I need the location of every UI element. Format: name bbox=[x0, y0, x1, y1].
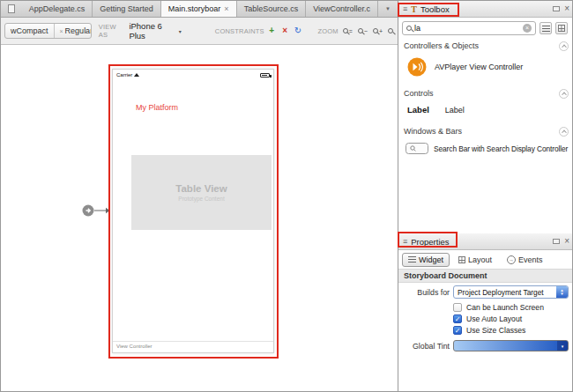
tab-getting-started[interactable]: Getting Started bbox=[93, 1, 161, 17]
toolbox-list: Controllers & Objects AVPlayer View Cont… bbox=[398, 39, 573, 160]
popup-arrows-icon: ▲ ▼ bbox=[556, 286, 568, 298]
tab-layout-label: Layout bbox=[468, 255, 492, 264]
tab-close-icon[interactable]: × bbox=[224, 5, 228, 13]
my-platform-label[interactable]: My Platform bbox=[136, 103, 178, 112]
global-tint-color-well[interactable]: ▾ bbox=[453, 340, 569, 351]
tab-tablesource[interactable]: TableSource.cs bbox=[237, 1, 307, 17]
tab-overflow-button[interactable]: ▼ bbox=[378, 6, 398, 11]
battery-icon bbox=[260, 73, 270, 78]
builds-for-value: Project Deployment Target bbox=[454, 288, 556, 297]
pad-menu-icon[interactable]: ≡ bbox=[403, 4, 407, 13]
size-class-compact-label: wCompact bbox=[11, 26, 48, 35]
tab-events[interactable]: → Events bbox=[501, 253, 549, 267]
tab-events-label: Events bbox=[518, 255, 543, 264]
size-classes-row: ✓ Use Size Classes bbox=[453, 325, 525, 336]
device-selector[interactable]: iPhone 6 Plus ▾ bbox=[129, 21, 181, 41]
events-icon: → bbox=[507, 255, 516, 264]
search-bar-icon bbox=[406, 143, 428, 154]
list-view-toggle-button[interactable] bbox=[540, 22, 552, 34]
collapse-icon[interactable] bbox=[559, 127, 569, 137]
file-icon bbox=[8, 4, 15, 13]
close-icon[interactable]: × bbox=[564, 237, 569, 246]
view-controller-scene[interactable]: Carrier My Platform Table View Prototype… bbox=[112, 69, 274, 353]
tab-widget[interactable]: Widget bbox=[402, 253, 450, 267]
tab-appdelegate[interactable]: AppDelegate.cs bbox=[22, 1, 93, 17]
size-class-selector: wCompact × Regular bbox=[4, 23, 92, 39]
grid-view-toggle-button[interactable] bbox=[555, 22, 568, 34]
tab-viewcontroller[interactable]: ViewController.c bbox=[306, 1, 378, 17]
avplayer-icon bbox=[407, 57, 427, 77]
launch-screen-checkbox[interactable] bbox=[453, 303, 462, 312]
toolbox-icon: T bbox=[411, 4, 417, 14]
search-clear-icon[interactable]: × bbox=[523, 24, 532, 33]
section-controllers-objects[interactable]: Controllers & Objects bbox=[398, 39, 573, 53]
toolbox-item-label-widget[interactable]: Label Label bbox=[398, 100, 573, 121]
pad-column: ≡ T Toolbox × × Controllers & Obje bbox=[398, 1, 573, 392]
toolbox-search-field[interactable]: × bbox=[402, 21, 536, 35]
tab-label: Main.storyboar bbox=[168, 4, 221, 13]
constraints-label: CONSTRAINTS bbox=[215, 27, 264, 35]
zoom-label: ZOOM bbox=[317, 27, 338, 35]
magnifier-icon bbox=[373, 28, 378, 33]
pad-menu-icon[interactable]: ≡ bbox=[403, 237, 407, 246]
collapse-icon[interactable] bbox=[559, 89, 569, 99]
magnifier-icon bbox=[388, 28, 393, 33]
carrier-label: Carrier bbox=[116, 72, 132, 78]
list-icon bbox=[542, 26, 550, 32]
table-view[interactable]: Table View Prototype Content bbox=[131, 155, 272, 230]
size-class-regular-button[interactable]: × Regular bbox=[54, 24, 92, 38]
wifi-icon bbox=[134, 73, 139, 77]
phone-status-bar: Carrier bbox=[113, 70, 273, 78]
add-constraints-button[interactable]: + bbox=[266, 25, 278, 37]
zoom-actual-button[interactable] bbox=[387, 25, 394, 38]
zoom-in-sign: + bbox=[379, 28, 383, 34]
size-class-compact-button[interactable]: wCompact bbox=[5, 24, 54, 38]
builds-for-dropdown[interactable]: Project Deployment Target ▲ ▼ bbox=[453, 285, 569, 299]
toolbox-item-avplayer[interactable]: AVPlayer View Controller bbox=[398, 53, 573, 83]
grid-icon bbox=[558, 25, 565, 32]
toolbox-search-input[interactable] bbox=[414, 24, 520, 33]
label-widget-icon: Label bbox=[407, 105, 429, 115]
auto-layout-row: ✓ Use Auto Layout bbox=[453, 314, 522, 324]
widget-icon bbox=[408, 256, 416, 263]
zoom-in-button[interactable]: + bbox=[372, 25, 383, 38]
checkbox-label: Use Auto Layout bbox=[466, 314, 522, 323]
editor-region: AppDelegate.cs Getting Started Main.stor… bbox=[1, 1, 398, 392]
section-windows-bars[interactable]: Windows & Bars bbox=[398, 124, 573, 138]
tab-main-storyboard[interactable]: Main.storyboar × bbox=[161, 1, 237, 17]
toolbox-item-label: AVPlayer View Controller bbox=[435, 63, 523, 71]
magnifier-icon bbox=[358, 28, 363, 33]
dock-icon[interactable] bbox=[553, 239, 560, 244]
tab-bar-lead bbox=[1, 1, 22, 17]
chevron-down-icon: ▾ bbox=[557, 341, 568, 351]
tab-layout[interactable]: Layout bbox=[452, 253, 498, 267]
tab-label: AppDelegate.cs bbox=[29, 4, 86, 13]
properties-title: Properties bbox=[411, 237, 449, 247]
section-controls[interactable]: Controls bbox=[398, 86, 573, 100]
section-title: Controls bbox=[404, 89, 434, 98]
clear-constraints-button[interactable]: × bbox=[279, 25, 291, 37]
scene-entry-arrow[interactable] bbox=[82, 203, 110, 218]
zoom-fit-button[interactable]: = bbox=[342, 25, 353, 38]
global-tint-row: Global Tint ▾ bbox=[398, 340, 569, 351]
builds-for-label: Builds for bbox=[398, 288, 450, 297]
magnifier-icon bbox=[343, 28, 348, 33]
zoom-out-button[interactable]: − bbox=[357, 25, 368, 38]
toolbox-pad-header: ≡ T Toolbox × bbox=[398, 1, 573, 18]
close-icon[interactable]: × bbox=[564, 4, 569, 13]
auto-layout-checkbox[interactable]: ✓ bbox=[453, 314, 462, 323]
size-class-regular-label: Regular bbox=[65, 26, 92, 35]
properties-tab-bar: Widget Layout → Events bbox=[398, 250, 573, 269]
dock-icon[interactable] bbox=[553, 6, 560, 11]
designer-toolbar: wCompact × Regular VIEW AS iPhone 6 Plus… bbox=[1, 18, 398, 45]
view-controller-label[interactable]: View Controller bbox=[113, 341, 273, 352]
update-constraints-button[interactable]: ↻ bbox=[293, 25, 304, 37]
toolbox-item-label: Label bbox=[445, 106, 465, 115]
collapse-icon[interactable] bbox=[559, 41, 569, 51]
size-classes-checkbox[interactable]: ✓ bbox=[453, 326, 462, 335]
storyboard-canvas[interactable]: Carrier My Platform Table View Prototype… bbox=[1, 45, 398, 392]
section-title: Windows & Bars bbox=[404, 127, 462, 136]
checkbox-label: Can be Launch Screen bbox=[466, 303, 544, 312]
storyboard-document-header: Storyboard Document bbox=[398, 269, 573, 283]
toolbox-item-searchbar[interactable]: Search Bar with Search Display Controlle… bbox=[398, 138, 573, 160]
